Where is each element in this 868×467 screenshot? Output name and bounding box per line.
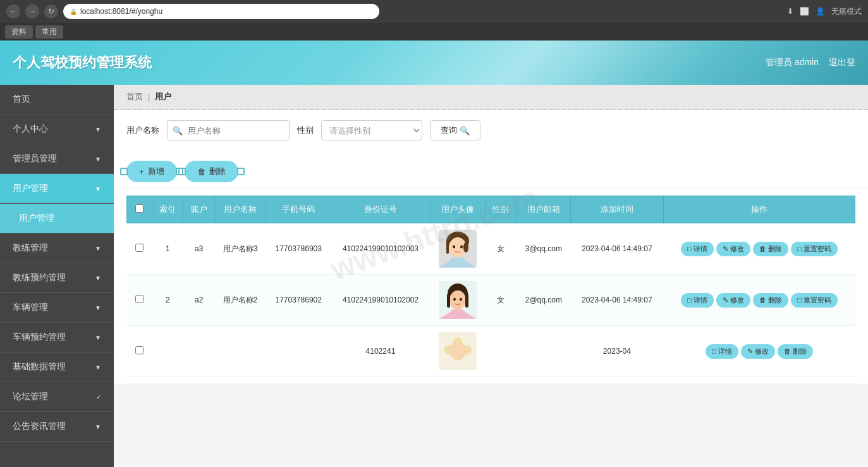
sidebar-item-vehicle-mgmt[interactable]: 车辆管理 ▼ [0,293,114,323]
row2-phone: 17703786902 [266,275,331,326]
row1-username: 用户名称3 [214,223,266,275]
sidebar-vehicle-appt-label: 车辆预约管理 [13,332,66,343]
sidebar-forum-mgmt-label: 论坛管理 [13,391,48,402]
table-row: 1 a3 用户名称3 17703786903 41022419901010200… [127,223,855,275]
url-text: localhost:8081/#/yonghu [80,7,162,16]
table-header-row: 索引 账户 用户名称 手机号码 身份证号 用户头像 性别 用户邮箱 添加时间 操… [127,196,855,223]
row1-idcard: 410224199010102003 [331,223,431,275]
gender-label: 性别 [297,125,314,136]
row3-idcard: 4102241 [331,326,431,377]
sidebar-item-vehicle-appt[interactable]: 车辆预约管理 ▼ [0,323,114,352]
row1-checkbox-input[interactable] [135,244,144,252]
row3-avatar [430,326,485,377]
sidebar-user-mgmt-sub-label: 用户管理 [19,213,54,224]
sidebar-home-label: 首页 [13,94,30,105]
row2-checkbox-input[interactable] [135,295,144,303]
chevron-down-icon: ▼ [95,126,101,133]
row3-detail-button[interactable]: □ 详情 [706,344,738,359]
col-avatar: 用户头像 [430,196,485,223]
row3-avatar-img [439,332,477,370]
row1-reset-button[interactable]: □ 重置密码 [791,242,838,256]
row2-edit-button[interactable]: ✎ 修改 [716,293,750,308]
gender-select[interactable]: 请选择性别 男 女 [321,120,422,140]
add-button[interactable]: + 新增 [126,161,177,182]
query-label: 查询 [441,125,457,136]
avatar-svg-2 [439,281,477,319]
row3-edit-button[interactable]: ✎ 修改 [741,344,775,359]
sidebar-item-notice-mgmt[interactable]: 公告资讯管理 ▼ [0,412,114,442]
reload-button[interactable]: ↻ [44,4,58,18]
row2-detail-button[interactable]: □ 详情 [681,293,714,308]
sidebar-item-coach-mgmt[interactable]: 教练管理 ▼ [0,233,114,263]
app-header: 个人驾校预约管理系统 管理员 admin 退出登 [0,40,868,85]
svg-rect-1 [446,241,449,254]
search-row: 用户名称 🔍 性别 请选择性别 男 女 查询 🔍 [126,120,855,140]
row1-index: 1 [152,223,183,275]
admin-label: 管理员 admin [766,57,819,68]
content-area: 首页 | 用户 用户名称 🔍 性别 请选择性别 男 女 查询 � [114,85,868,467]
search-icon: 🔍 [168,126,188,135]
row1-ops: □ 详情 ✎ 修改 🗑 删除 □ 重置密码 [663,223,855,275]
chevron-down-icon: ▼ [95,423,101,430]
batch-delete-button[interactable]: 🗑 删除 [185,161,238,182]
sidebar-notice-mgmt-label: 公告资讯管理 [13,421,66,432]
add-label: 新增 [148,166,164,177]
row2-delete-button[interactable]: 🗑 删除 [753,293,788,308]
row3-phone [266,326,331,377]
delete-label: 删除 [209,166,226,177]
row3-delete-button[interactable]: 🗑 删除 [778,344,813,359]
back-button[interactable]: ← [6,4,20,18]
query-search-icon: 🔍 [460,126,470,135]
svg-point-8 [449,290,466,309]
row2-gender: 女 [486,275,517,326]
select-all-checkbox[interactable] [135,204,144,213]
chevron-down-icon: ✓ [96,394,101,401]
sidebar-item-user-mgmt-sub[interactable]: 用户管理 [0,204,114,233]
row2-reset-button[interactable]: □ 重置密码 [791,293,838,308]
breadcrumb-home[interactable]: 首页 [126,91,143,103]
col-account: 账户 [183,196,214,223]
sidebar-item-user-mgmt[interactable]: 用户管理 ▼ [0,174,114,204]
sidebar-coach-mgmt-label: 教练管理 [13,242,48,254]
sidebar-item-forum-mgmt[interactable]: 论坛管理 ✓ [0,382,114,412]
row2-op-btns: □ 详情 ✎ 修改 🗑 删除 □ 重置密码 [668,293,850,308]
row3-username [214,326,266,377]
bookmark-resource[interactable]: 资料 [5,25,33,39]
breadcrumb-current: 用户 [155,91,171,103]
sidebar-user-mgmt-label: 用户管理 [13,183,48,194]
row3-checkbox-input[interactable] [135,346,144,354]
toolbar-area: 用户名称 🔍 性别 请选择性别 男 女 查询 🔍 [114,110,868,154]
chevron-down-icon: ▼ [95,364,101,371]
bookmarks-bar: 资料 常用 [0,23,868,40]
col-idcard: 身份证号 [331,196,431,223]
row1-addtime: 2023-04-06 14:49:07 [571,223,664,275]
row3-account [183,326,214,377]
row1-delete-button[interactable]: 🗑 删除 [753,242,788,256]
query-button[interactable]: 查询 🔍 [430,120,480,140]
chevron-down-icon: ▼ [95,304,101,311]
username-input[interactable] [188,126,289,135]
avatar-svg-1 [439,230,477,268]
add-icon: + [139,167,144,177]
bookmark-common[interactable]: 常用 [35,25,63,39]
sidebar-basic-data-label: 基础数据管理 [13,361,66,373]
browser-chrome: ← → ↻ 🔒 localhost:8081/#/yonghu ⬇ ⬜ 👤 无痕… [0,0,868,23]
sidebar-item-personal[interactable]: 个人中心 ▼ [0,115,114,144]
row1-edit-button[interactable]: ✎ 修改 [716,242,750,256]
row1-gender: 女 [486,223,517,275]
row1-detail-button[interactable]: □ 详情 [681,242,714,256]
sidebar-item-home[interactable]: 首页 [0,85,114,115]
url-bar[interactable]: 🔒 localhost:8081/#/yonghu [63,4,379,19]
col-email: 用户邮箱 [517,196,570,223]
svg-point-3 [453,246,455,249]
sidebar-item-coach-appt[interactable]: 教练预约管理 ▼ [0,263,114,293]
table-row: 4102241 [127,326,855,377]
sidebar-item-admin-mgmt[interactable]: 管理员管理 ▼ [0,144,114,174]
sidebar-item-basic-data[interactable]: 基础数据管理 ▼ [0,352,114,382]
row2-username: 用户名称2 [214,275,266,326]
row3-email [517,326,570,377]
logout-button[interactable]: 退出登 [829,57,855,68]
forward-button[interactable]: → [25,4,39,18]
row2-checkbox [127,275,152,326]
row2-avatar-img [439,281,477,319]
